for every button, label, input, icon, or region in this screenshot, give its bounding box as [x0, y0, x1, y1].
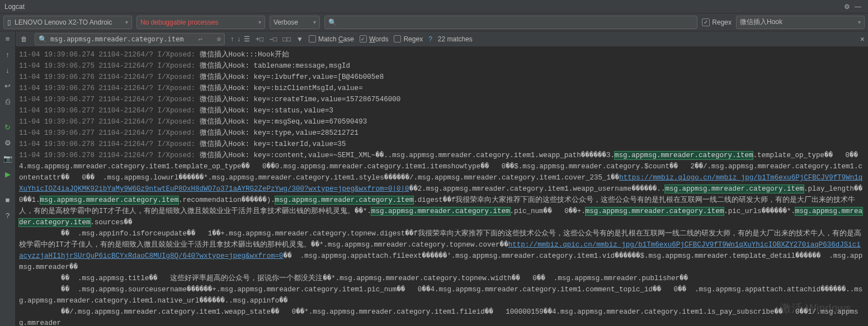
add-selection-icon[interactable]: +□ [256, 35, 263, 43]
up-arrow-icon[interactable]: ↑ [3, 49, 13, 59]
history-icon[interactable]: ↩ [198, 35, 202, 43]
checkbox-icon: ✓ [702, 18, 710, 26]
match-count: 22 matches [438, 35, 473, 43]
minimize-icon[interactable]: — [852, 3, 864, 11]
search-highlight: msg.appmsg.mmreader.category.item [615, 152, 753, 159]
chevron-down-icon: ▾ [858, 19, 861, 25]
gear-icon[interactable]: ⚙ [841, 3, 852, 11]
select-all-icon[interactable]: □□ [283, 35, 291, 43]
search-highlight: msg.appmsg.mmreader.category.item [371, 207, 510, 215]
search-highlight: msg.appmsg.mmreader.category.item [275, 196, 414, 204]
log-line: 11-04 19:39:06.276 21104-21264/? I/Xpose… [19, 72, 865, 83]
filter-results-icon[interactable]: ☰ [244, 35, 250, 43]
log-line: 11-04 19:39:06.278 21104-21264/? I/Xpose… [19, 150, 865, 326]
settings-icon[interactable]: ⚙ [3, 138, 13, 148]
clear-input-icon[interactable]: ⊗ [217, 35, 221, 43]
match-case-label: Match Case [318, 35, 354, 43]
log-line: 11-04 19:39:06.277 21104-21264/? I/Xpose… [19, 94, 865, 105]
find-regex-checkbox[interactable]: Regex [394, 35, 423, 43]
help-icon[interactable]: ? [428, 35, 432, 43]
find-query: msg.appmsg.mmreader.category.item [50, 35, 183, 43]
prev-match-icon[interactable]: ↑ [230, 35, 234, 43]
help-icon[interactable]: ? [3, 210, 13, 220]
remove-selection-icon[interactable]: −□ [269, 35, 277, 43]
search-highlight: msg.appmsg.mmreader.category.item [586, 207, 724, 215]
find-regex-label: Regex [403, 35, 423, 43]
words-checkbox[interactable]: ✓ Words [360, 35, 388, 43]
chevron-down-icon: ▾ [125, 19, 128, 25]
chevron-down-icon: ▾ [258, 19, 261, 25]
find-input[interactable]: 🔍 msg.appmsg.mmreader.category.item ↩ ⊗ [35, 33, 225, 45]
regex-checkbox[interactable]: ✓ Regex [702, 18, 732, 26]
scroll-to-end-icon[interactable]: ≡ [3, 34, 13, 44]
log-line: 11-04 19:39:06.274 21104-21264/? I/Xpose… [19, 49, 865, 60]
screenshot-icon[interactable]: 📷 [3, 153, 13, 163]
search-icon: 🔍 [328, 18, 337, 26]
terminate-icon[interactable]: ■ [3, 195, 13, 205]
search-highlight: msg.appmsg.mmreader.category.item [40, 196, 179, 204]
soft-wrap-icon[interactable]: ↩ [3, 81, 13, 91]
record-icon[interactable]: ▶ [3, 169, 13, 179]
close-findbar-icon[interactable]: × [860, 35, 865, 44]
log-line: 11-04 19:39:06.276 21104-21264/? I/Xpose… [19, 83, 865, 94]
process-select[interactable]: No debuggable processes ▾ [136, 16, 265, 29]
log-line: 11-04 19:39:06.278 21104-21264/? I/Xpose… [19, 139, 865, 150]
device-label: LENOVO Lenovo X2-TO Androic [15, 18, 112, 26]
clear-icon[interactable]: 🗑 [19, 35, 29, 43]
filter-icon[interactable]: ▼ [296, 35, 303, 43]
words-label: Words [369, 35, 388, 43]
loglevel-label: Verbose [273, 18, 298, 26]
filter-select[interactable]: 微信插入Hook ▾ [736, 16, 865, 29]
log-line: 11-04 19:39:06.277 21104-21264/? I/Xpose… [19, 116, 865, 127]
log-line: 11-04 19:39:06.277 21104-21264/? I/Xpose… [19, 127, 865, 139]
checkbox-icon [394, 35, 401, 42]
loglevel-select[interactable]: Verbose ▾ [270, 16, 320, 29]
search-highlight: msg.appmsg.mmreader.category.item [665, 185, 804, 193]
regex-label: Regex [712, 18, 732, 26]
mobile-icon: ▯ [7, 18, 11, 26]
log-output[interactable]: 11-04 19:39:06.274 21104-21264/? I/Xpose… [16, 47, 868, 326]
window-title: Logcat [4, 3, 841, 11]
filter-label: 微信插入Hook [740, 17, 782, 27]
restart-icon[interactable]: ↻ [3, 122, 13, 132]
print-icon[interactable]: ⎙ [3, 96, 13, 106]
device-select[interactable]: ▯ LENOVO Lenovo X2-TO Androic ▾ [3, 16, 132, 29]
down-arrow-icon[interactable]: ↓ [3, 65, 13, 75]
match-case-checkbox[interactable]: Match Case [309, 35, 354, 43]
checkbox-icon: ✓ [360, 35, 367, 42]
log-line: 11-04 19:39:06.277 21104-21264/? I/Xpose… [19, 105, 865, 116]
checkbox-icon [309, 35, 316, 42]
url-link[interactable]: http://mmbiz.qpic.cn/mmbiz_jpg/b1Tm6exu6… [19, 241, 861, 260]
log-line: 11-04 19:39:06.275 21104-21264/? I/Xpose… [19, 60, 865, 72]
search-icon: 🔍 [39, 35, 47, 43]
next-match-icon[interactable]: ↓ [237, 35, 240, 43]
log-search-input[interactable]: 🔍 [324, 16, 697, 29]
chevron-down-icon: ▾ [313, 19, 316, 25]
process-label: No debuggable processes [140, 18, 218, 26]
